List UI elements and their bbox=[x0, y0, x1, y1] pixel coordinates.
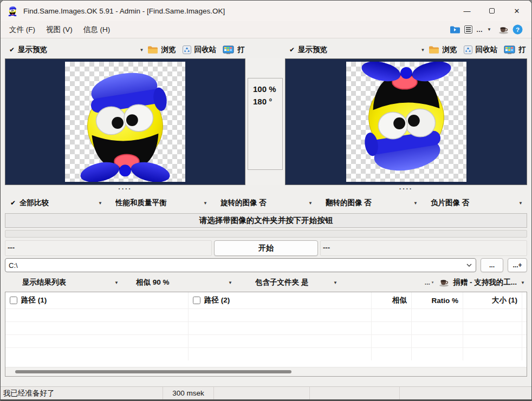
open-viewer-icon[interactable] bbox=[504, 45, 515, 55]
more-label: ... bbox=[425, 279, 430, 286]
zoom-rotation-panel: 100 % 180 ° bbox=[248, 78, 283, 170]
start-button[interactable]: 开始 bbox=[214, 240, 318, 256]
browse-left-button[interactable]: 浏览 bbox=[161, 45, 176, 55]
browse-folder-icon[interactable] bbox=[429, 45, 439, 54]
open-left-button[interactable]: 打 bbox=[237, 45, 245, 54]
statusbar: 我已经准备好了 300 msek bbox=[1, 386, 531, 399]
help-icon[interactable]: ? bbox=[512, 24, 523, 35]
coffee-icon[interactable] bbox=[498, 25, 509, 34]
browse-path-button[interactable]: ... bbox=[481, 258, 503, 272]
menu-info[interactable]: 信息 (H) bbox=[78, 23, 116, 37]
chevron-down-icon: ▼ bbox=[413, 201, 418, 206]
check-icon: ✔ bbox=[10, 199, 16, 207]
dropdown-negative-images[interactable]: 负片图像 否 ▼ bbox=[425, 196, 527, 210]
rotation-value: 180 ° bbox=[253, 95, 282, 108]
check-icon[interactable]: ✔ bbox=[9, 46, 15, 54]
status-ready-text: 我已经准备好了 bbox=[1, 387, 163, 399]
compare-options-row: ✔ 全部比较 ▼ 性能和质量平衡 ▼ 旋转的图像 否 ▼ 翻转的图像 否 ▼ 负… bbox=[5, 194, 527, 212]
dropdown-label: 负片图像 否 bbox=[431, 198, 469, 208]
header-size1[interactable]: 大小 (1) bbox=[463, 292, 522, 308]
path-combobox[interactable] bbox=[5, 258, 476, 272]
show-preview-right-label[interactable]: 显示预览 bbox=[298, 45, 327, 55]
action-row: --- 开始 --- bbox=[5, 240, 527, 256]
dropdown-similarity[interactable]: 相似 90 % ▼ bbox=[131, 275, 237, 290]
recycle-bin-right-button[interactable]: 回收站 bbox=[476, 45, 498, 55]
message-bar: 请选择带图像的文件夹并按下开始按钮 bbox=[5, 213, 527, 228]
main-content: ✔ 显示预览 ▼ 浏览 回收站 打 ✔ 显示预览 bbox=[1, 38, 531, 386]
close-button[interactable]: ✕ bbox=[504, 2, 529, 19]
dropdown-compare-all[interactable]: ✔ 全部比较 ▼ bbox=[5, 196, 107, 210]
chevron-down-icon: ▼ bbox=[521, 280, 525, 285]
header-path1[interactable]: 路径 (1) bbox=[5, 292, 189, 308]
center-strip: 100 % 180 ° bbox=[245, 58, 285, 185]
app-window: Find.Same.Images.OK 5.91 - Admin - [Find… bbox=[0, 0, 532, 401]
status-time: 300 msek bbox=[163, 387, 214, 399]
open-right-button[interactable]: 打 bbox=[518, 45, 526, 54]
header-similar[interactable]: 相似 bbox=[372, 292, 412, 308]
table-row bbox=[5, 308, 527, 321]
list-icon[interactable] bbox=[464, 25, 472, 34]
header-label: 相似 bbox=[392, 295, 407, 305]
browse-folder-icon[interactable] bbox=[147, 45, 158, 54]
header-label: Ratio % bbox=[431, 297, 458, 305]
result-options-row: 显示结果列表 ▼ 相似 90 % ▼ 包含子文件夹 是 ▼ ... ▾ 捐赠 -… bbox=[5, 274, 527, 291]
chevron-down-icon[interactable]: ▼ bbox=[487, 27, 491, 32]
select-all-path2-checkbox[interactable] bbox=[193, 297, 200, 304]
open-viewer-icon[interactable] bbox=[223, 45, 234, 55]
maximize-button[interactable] bbox=[479, 2, 504, 19]
results-table: 路径 (1) 路径 (2) 相似 Ratio % 大小 (1) bbox=[5, 292, 527, 377]
table-body bbox=[5, 308, 527, 367]
dropdown-quality-balance[interactable]: 性能和质量平衡 ▼ bbox=[110, 196, 212, 210]
table-header: 路径 (1) 路径 (2) 相似 Ratio % 大小 (1) bbox=[5, 292, 527, 308]
donate-label: 捐赠 - 支持我的工... bbox=[453, 278, 517, 287]
preview-image-left bbox=[65, 62, 185, 182]
table-row bbox=[5, 347, 527, 360]
maximize-icon bbox=[489, 8, 495, 14]
chevron-down-icon: ▾ bbox=[432, 280, 434, 285]
menu-view[interactable]: 视图 (V) bbox=[41, 23, 78, 37]
right-path-status-field: --- bbox=[320, 240, 527, 256]
splitter-grip-right[interactable]: ···· bbox=[285, 185, 527, 194]
header-path2[interactable]: 路径 (2) bbox=[189, 292, 372, 308]
dropdown-rotated-images[interactable]: 旋转的图像 否 ▼ bbox=[215, 196, 317, 210]
preview-panel-right[interactable] bbox=[285, 58, 527, 185]
menu-file[interactable]: 文件 (F) bbox=[4, 23, 41, 37]
preview-panel-left[interactable] bbox=[5, 58, 245, 185]
dropdown-label: 相似 90 % bbox=[136, 278, 170, 287]
show-preview-right-dropdown-icon[interactable]: ▼ bbox=[421, 48, 425, 52]
dropdown-show-results[interactable]: 显示结果列表 ▼ bbox=[17, 275, 123, 290]
splitter-grip-left[interactable]: ···· bbox=[5, 185, 245, 194]
minimize-button[interactable]: — bbox=[455, 2, 479, 19]
dropdown-flipped-images[interactable]: 翻转的图像 否 ▼ bbox=[320, 196, 422, 210]
show-preview-left-label[interactable]: 显示预览 bbox=[18, 45, 47, 55]
dropdown-label: 包含子文件夹 是 bbox=[255, 278, 308, 287]
dropdown-label: 全部比较 bbox=[20, 198, 49, 208]
horizontal-scrollbar[interactable] bbox=[5, 367, 527, 376]
dropdown-label: 翻转的图像 否 bbox=[326, 198, 372, 208]
check-icon[interactable]: ✔ bbox=[289, 46, 295, 54]
preview-toolbars: ✔ 显示预览 ▼ 浏览 回收站 打 ✔ 显示预览 bbox=[5, 41, 527, 58]
recycle-bin-left-button[interactable]: 回收站 bbox=[194, 45, 217, 55]
recycle-bin-icon[interactable] bbox=[464, 45, 472, 54]
more-options-dropdown[interactable]: ... ▾ bbox=[425, 279, 434, 286]
header-label: 大小 (1) bbox=[492, 295, 517, 305]
app-icon bbox=[7, 5, 18, 16]
donate-dropdown[interactable]: 捐赠 - 支持我的工... ▼ bbox=[439, 278, 527, 287]
dropdown-label: 旋转的图像 否 bbox=[220, 198, 267, 208]
show-preview-left-dropdown-icon[interactable]: ▼ bbox=[140, 48, 144, 52]
chevron-down-icon[interactable] bbox=[466, 263, 472, 267]
folder-open-icon[interactable] bbox=[450, 25, 460, 34]
browse-right-button[interactable]: 浏览 bbox=[443, 45, 457, 55]
dropdown-subfolders[interactable]: 包含子文件夹 是 ▼ bbox=[250, 275, 342, 290]
zoom-value: 100 % bbox=[253, 83, 282, 95]
add-path-button[interactable]: ...+ bbox=[508, 258, 527, 272]
recycle-bin-icon[interactable] bbox=[183, 45, 191, 54]
select-all-path1-checkbox[interactable] bbox=[10, 297, 17, 304]
splitter-row: ···· ···· bbox=[5, 185, 527, 194]
header-ratio[interactable]: Ratio % bbox=[412, 292, 463, 308]
chevron-down-icon: ▼ bbox=[333, 280, 338, 285]
path-input[interactable] bbox=[9, 261, 466, 269]
scrollbar-thumb[interactable] bbox=[15, 370, 291, 373]
status-cell bbox=[310, 387, 400, 399]
window-title: Find.Same.Images.OK 5.91 - Admin - [Find… bbox=[23, 7, 455, 15]
